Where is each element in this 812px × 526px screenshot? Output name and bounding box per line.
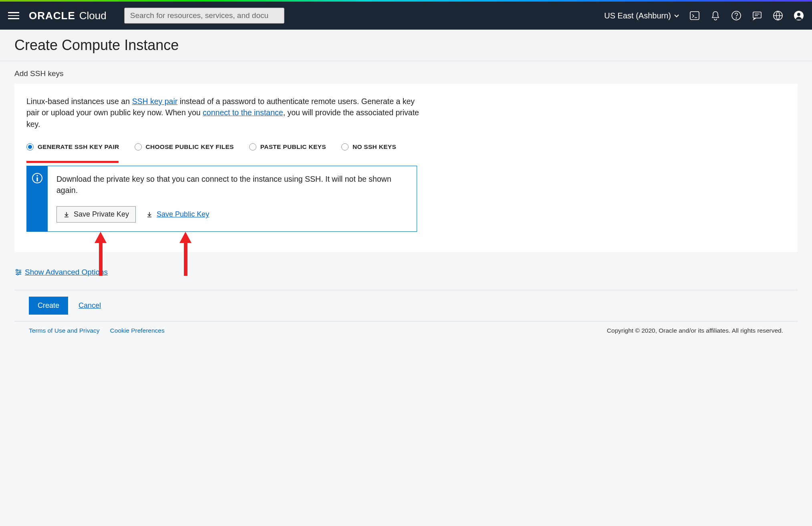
cookie-prefs-link[interactable]: Cookie Preferences bbox=[110, 327, 165, 334]
svg-point-11 bbox=[19, 271, 21, 273]
download-icon bbox=[63, 211, 70, 218]
svg-point-8 bbox=[36, 175, 38, 177]
brand-main: ORACLE bbox=[29, 10, 75, 22]
link-label: Save Public Key bbox=[157, 210, 209, 219]
button-label: Save Private Key bbox=[74, 210, 129, 219]
help-icon[interactable] bbox=[731, 10, 741, 21]
top-nav: ORACLE Cloud US East (Ashburn) bbox=[0, 2, 812, 30]
advanced-label: Show Advanced Options bbox=[25, 268, 108, 277]
svg-rect-0 bbox=[690, 12, 699, 20]
globe-icon[interactable] bbox=[773, 10, 783, 21]
save-private-key-button[interactable]: Save Private Key bbox=[56, 206, 136, 223]
radio-label: PASTE PUBLIC KEYS bbox=[260, 143, 326, 151]
menu-icon[interactable] bbox=[8, 12, 19, 19]
chat-icon[interactable] bbox=[752, 10, 762, 21]
radio-icon bbox=[135, 143, 142, 151]
footer: Terms of Use and Privacy Cookie Preferen… bbox=[14, 321, 798, 340]
info-message: Download the private key so that you can… bbox=[56, 173, 408, 196]
ssh-keypair-link[interactable]: SSH key pair bbox=[132, 97, 177, 106]
subheader: Create Compute Instance bbox=[0, 30, 812, 61]
brand-sub: Cloud bbox=[79, 10, 107, 22]
show-advanced-options-link[interactable]: Show Advanced Options bbox=[14, 268, 108, 277]
radio-choose-files[interactable]: CHOOSE PUBLIC KEY FILES bbox=[135, 143, 234, 151]
region-selector[interactable]: US East (Ashburn) bbox=[604, 11, 680, 20]
svg-rect-3 bbox=[753, 12, 761, 18]
svg-point-12 bbox=[17, 273, 18, 275]
notifications-icon[interactable] bbox=[710, 10, 721, 21]
annotation-arrow-2 bbox=[179, 232, 191, 276]
info-strip bbox=[27, 166, 48, 232]
svg-point-6 bbox=[797, 13, 800, 16]
save-public-key-link[interactable]: Save Public Key bbox=[146, 210, 209, 219]
ssh-card: Linux-based instances use an SSH key pai… bbox=[14, 84, 798, 252]
sliders-icon bbox=[14, 268, 22, 276]
download-icon bbox=[146, 211, 153, 218]
radio-icon bbox=[249, 143, 256, 151]
radio-icon bbox=[26, 143, 34, 151]
cloud-shell-icon[interactable] bbox=[689, 10, 700, 21]
region-label: US East (Ashburn) bbox=[604, 11, 671, 20]
profile-icon[interactable] bbox=[794, 10, 804, 21]
nav-icons bbox=[689, 10, 804, 21]
radio-label: GENERATE SSH KEY PAIR bbox=[38, 143, 119, 151]
action-bar: Create Cancel bbox=[14, 290, 798, 321]
page-title: Create Compute Instance bbox=[14, 37, 798, 54]
cancel-link[interactable]: Cancel bbox=[79, 301, 101, 310]
connect-instance-link[interactable]: connect to the instance bbox=[203, 108, 283, 117]
main-content: Add SSH keys Linux-based instances use a… bbox=[0, 61, 812, 526]
radio-paste-keys[interactable]: PASTE PUBLIC KEYS bbox=[249, 143, 326, 151]
create-button[interactable]: Create bbox=[29, 297, 68, 315]
svg-point-2 bbox=[736, 18, 737, 18]
terms-link[interactable]: Terms of Use and Privacy bbox=[29, 327, 100, 334]
section-label: Add SSH keys bbox=[14, 69, 798, 78]
copyright-text: Copyright © 2020, Oracle and/or its affi… bbox=[607, 327, 783, 334]
search-input[interactable] bbox=[125, 8, 284, 23]
radio-icon bbox=[341, 143, 349, 151]
annotation-underline bbox=[26, 161, 119, 163]
search-box[interactable] bbox=[124, 8, 284, 24]
radio-label: CHOOSE PUBLIC KEY FILES bbox=[146, 143, 234, 151]
ssh-description: Linux-based instances use an SSH key pai… bbox=[26, 96, 419, 130]
ssh-options: GENERATE SSH KEY PAIR CHOOSE PUBLIC KEY … bbox=[26, 143, 786, 151]
info-panel: Download the private key so that you can… bbox=[26, 166, 417, 232]
radio-no-ssh[interactable]: NO SSH KEYS bbox=[341, 143, 396, 151]
svg-rect-9 bbox=[36, 177, 38, 181]
brand-logo[interactable]: ORACLE Cloud bbox=[29, 10, 107, 22]
radio-label: NO SSH KEYS bbox=[353, 143, 396, 151]
chevron-down-icon bbox=[673, 12, 680, 19]
svg-point-10 bbox=[16, 269, 18, 271]
radio-generate-ssh[interactable]: GENERATE SSH KEY PAIR bbox=[26, 143, 119, 151]
info-icon bbox=[32, 173, 43, 184]
